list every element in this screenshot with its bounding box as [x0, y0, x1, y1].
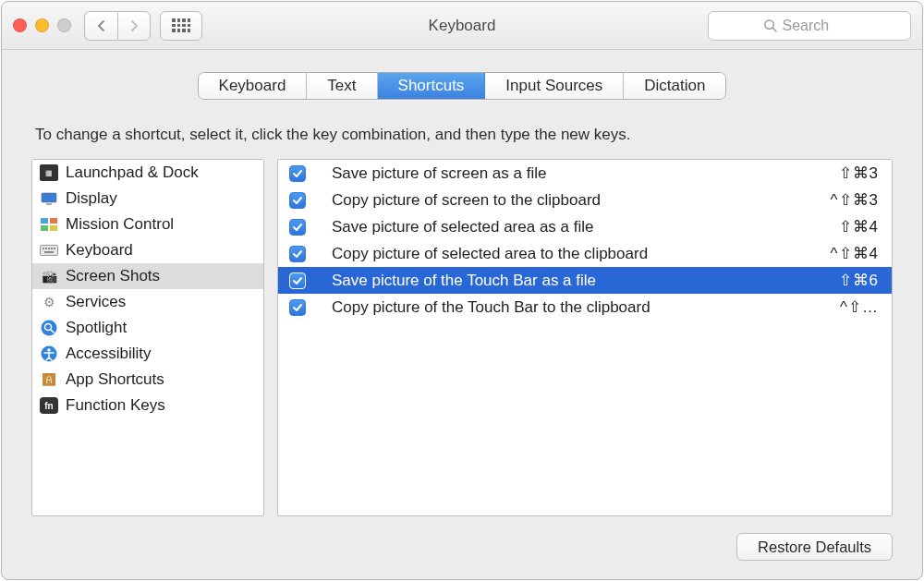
- keyboard-icon: [40, 242, 58, 259]
- svg-rect-6: [41, 225, 48, 231]
- tab-text[interactable]: Text: [307, 73, 377, 99]
- category-function-keys[interactable]: fn Function Keys: [32, 393, 263, 418]
- category-mission-control[interactable]: Mission Control: [32, 212, 263, 237]
- checkmark-icon: [292, 248, 303, 260]
- svg-rect-7: [50, 225, 57, 231]
- shortcut-checkbox[interactable]: [289, 299, 306, 316]
- shortcut-list: Save picture of screen as a file ⇧⌘3 Cop…: [277, 159, 893, 516]
- svg-point-15: [42, 321, 57, 336]
- category-label: Display: [66, 189, 117, 208]
- shortcut-keys[interactable]: ⇧⌘4: [839, 217, 879, 236]
- shortcut-row[interactable]: Save picture of selected area as a file …: [278, 213, 892, 240]
- tab-keyboard[interactable]: Keyboard: [199, 73, 308, 99]
- svg-rect-3: [46, 203, 52, 205]
- shortcut-keys[interactable]: ⇧⌘6: [839, 271, 879, 290]
- shortcut-row[interactable]: Copy picture of the Touch Bar to the cli…: [278, 294, 892, 321]
- category-launchpad[interactable]: ▦ Launchpad & Dock: [32, 160, 263, 186]
- minimize-window-button[interactable]: [35, 18, 49, 32]
- category-label: Services: [66, 293, 126, 311]
- category-label: Spotlight: [66, 319, 127, 337]
- services-icon: ⚙︎: [40, 294, 58, 310]
- shortcut-row[interactable]: Save picture of the Touch Bar as a file …: [278, 267, 892, 294]
- launchpad-icon: ▦: [40, 164, 58, 181]
- shortcut-checkbox[interactable]: [289, 272, 306, 289]
- window-controls: [13, 18, 71, 32]
- shortcut-label: Save picture of screen as a file: [332, 164, 832, 183]
- shortcut-row[interactable]: Copy picture of screen to the clipboard …: [278, 187, 892, 213]
- shortcut-label: Copy picture of the Touch Bar to the cli…: [332, 298, 833, 317]
- svg-rect-5: [50, 218, 57, 224]
- svg-rect-12: [51, 248, 53, 249]
- svg-rect-13: [54, 248, 55, 249]
- grid-icon: [172, 18, 190, 32]
- shortcut-keys[interactable]: ^⇧⌘4: [831, 244, 879, 263]
- category-label: Mission Control: [66, 215, 174, 234]
- svg-rect-4: [41, 218, 48, 224]
- accessibility-icon: [40, 345, 58, 362]
- shortcut-row[interactable]: Copy picture of selected area to the cli…: [278, 240, 892, 267]
- svg-rect-14: [44, 251, 54, 253]
- category-display[interactable]: Display: [32, 186, 263, 212]
- category-accessibility[interactable]: Accessibility: [32, 341, 263, 367]
- category-label: Keyboard: [66, 241, 133, 260]
- shortcut-checkbox[interactable]: [289, 165, 306, 182]
- nav-group: [84, 11, 151, 41]
- checkmark-icon: [292, 168, 303, 179]
- display-icon: [40, 190, 58, 207]
- forward-button[interactable]: [117, 11, 151, 41]
- category-app-shortcuts[interactable]: 🅰︎ App Shortcuts: [32, 367, 263, 393]
- zoom-window-button[interactable]: [57, 18, 71, 32]
- mission-control-icon: [40, 216, 58, 233]
- screenshots-icon: 📸: [40, 268, 58, 284]
- titlebar: Keyboard: [2, 2, 922, 50]
- category-label: Screen Shots: [66, 267, 160, 285]
- search-field[interactable]: [708, 11, 911, 41]
- shortcut-keys[interactable]: ^⇧…: [840, 297, 879, 317]
- checkmark-icon: [292, 275, 303, 286]
- show-all-button[interactable]: [160, 11, 202, 41]
- checkmark-icon: [292, 222, 303, 233]
- svg-rect-11: [48, 248, 50, 249]
- category-keyboard[interactable]: Keyboard: [32, 237, 263, 263]
- spotlight-icon: [40, 320, 58, 336]
- shortcut-checkbox[interactable]: [289, 246, 306, 262]
- shortcut-keys[interactable]: ^⇧⌘3: [831, 190, 879, 210]
- category-spotlight[interactable]: Spotlight: [32, 315, 263, 341]
- shortcut-label: Save picture of selected area as a file: [332, 218, 832, 236]
- svg-rect-10: [45, 248, 47, 249]
- svg-point-19: [47, 348, 51, 352]
- search-input[interactable]: [783, 18, 857, 34]
- tab-bar: Keyboard Text Shortcuts Input Sources Di…: [2, 50, 922, 116]
- shortcut-checkbox[interactable]: [289, 192, 306, 209]
- category-services[interactable]: ⚙︎ Services: [32, 289, 263, 315]
- category-screen-shots[interactable]: 📸 Screen Shots: [32, 263, 263, 289]
- app-shortcuts-icon: 🅰︎: [40, 371, 58, 388]
- category-label: Launchpad & Dock: [66, 163, 199, 182]
- shortcut-row[interactable]: Save picture of screen as a file ⇧⌘3: [278, 160, 892, 187]
- svg-rect-2: [42, 193, 56, 202]
- tab-shortcuts[interactable]: Shortcuts: [378, 73, 486, 99]
- svg-rect-9: [43, 248, 44, 249]
- shortcut-label: Save picture of the Touch Bar as a file: [332, 272, 832, 290]
- function-keys-icon: fn: [40, 397, 58, 414]
- category-label: Accessibility: [66, 345, 152, 363]
- checkmark-icon: [292, 195, 303, 206]
- category-label: App Shortcuts: [66, 370, 164, 389]
- close-window-button[interactable]: [13, 18, 27, 32]
- checkmark-icon: [292, 302, 303, 313]
- chevron-right-icon: [128, 19, 140, 32]
- instruction-text: To change a shortcut, select it, click t…: [35, 126, 893, 144]
- shortcut-label: Copy picture of selected area to the cli…: [332, 245, 823, 263]
- back-button[interactable]: [84, 11, 117, 41]
- tab-input-sources[interactable]: Input Sources: [485, 73, 624, 99]
- svg-line-1: [772, 28, 776, 31]
- svg-rect-8: [41, 246, 58, 256]
- category-list: ▦ Launchpad & Dock Display Mission Contr…: [31, 159, 264, 516]
- tab-dictation[interactable]: Dictation: [624, 73, 725, 99]
- search-icon: [763, 18, 777, 32]
- shortcut-label: Copy picture of screen to the clipboard: [332, 191, 823, 210]
- restore-defaults-button[interactable]: Restore Defaults: [736, 533, 893, 561]
- shortcut-keys[interactable]: ⇧⌘3: [839, 163, 879, 183]
- shortcut-checkbox[interactable]: [289, 219, 306, 236]
- chevron-left-icon: [96, 19, 107, 32]
